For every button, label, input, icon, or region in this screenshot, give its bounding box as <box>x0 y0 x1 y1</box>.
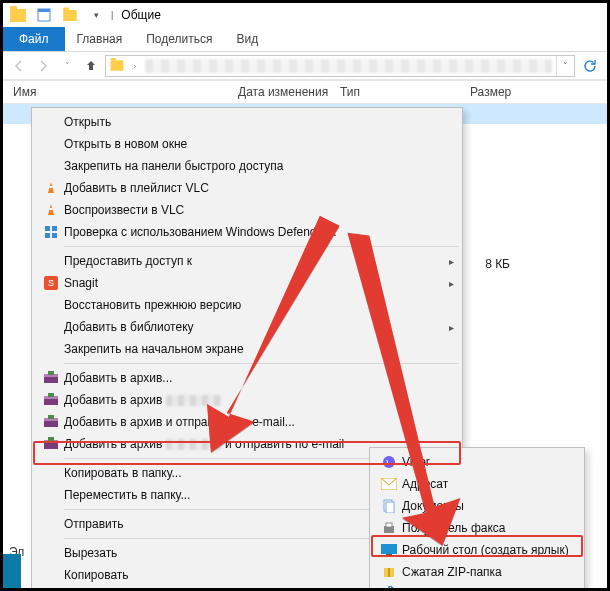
sendto-documents[interactable]: Документы <box>372 495 582 517</box>
vlc-icon <box>38 179 64 197</box>
viber-icon <box>376 453 402 471</box>
mail-icon <box>376 475 402 493</box>
chevron-right-icon: ▸ <box>449 322 454 333</box>
masked-text <box>166 439 222 450</box>
svg-rect-15 <box>48 393 54 397</box>
svg-text:S: S <box>48 278 54 288</box>
ctx-add-to-library[interactable]: Добавить в библиотеку▸ <box>34 316 460 338</box>
ctx-rar-add[interactable]: Добавить в архив... <box>34 367 460 389</box>
file-size: 8 КБ <box>460 257 520 271</box>
ctx-vlc-playlist[interactable]: Добавить в плейлист VLC <box>34 177 460 199</box>
back-button[interactable] <box>9 56 29 76</box>
zip-icon <box>376 563 402 581</box>
forward-button[interactable] <box>33 56 53 76</box>
tab-file[interactable]: Файл <box>3 27 65 51</box>
sendto-zip[interactable]: Сжатая ZIP-папка <box>372 561 582 583</box>
column-headers: Имя Дата изменения Тип Размер <box>3 80 607 104</box>
winrar-icon <box>38 413 64 431</box>
ctx-rar-add-named[interactable]: Добавить в архив <box>34 389 460 411</box>
sendto-bluetooth[interactable]: Устройство Bluetooth <box>372 583 582 591</box>
col-type[interactable]: Тип <box>330 85 460 99</box>
winrar-icon <box>38 435 64 453</box>
col-size[interactable]: Размер <box>460 85 607 99</box>
sendto-desktop[interactable]: Рабочий стол (создать ярлык) <box>372 539 582 561</box>
svg-rect-3 <box>50 208 53 210</box>
svg-point-22 <box>383 456 395 468</box>
chevron-right-icon: ▸ <box>449 256 454 267</box>
sendto-viber[interactable]: Viber <box>372 451 582 473</box>
ctx-defender[interactable]: Проверка с использованием Windows Defend… <box>34 221 460 243</box>
svg-rect-29 <box>386 554 392 556</box>
masked-text <box>166 395 222 406</box>
svg-rect-4 <box>45 226 50 231</box>
sendto-recipient[interactable]: Адресат <box>372 473 582 495</box>
properties-icon[interactable] <box>33 5 55 25</box>
folder-icon <box>7 5 29 25</box>
ribbon-tabs: Файл Главная Поделиться Вид <box>3 27 607 52</box>
tab-home[interactable]: Главная <box>65 27 135 51</box>
svg-rect-25 <box>386 502 394 513</box>
ctx-restore-previous[interactable]: Восстановить прежнюю версию <box>34 294 460 316</box>
ctx-pin-quick-access[interactable]: Закрепить на панели быстрого доступа <box>34 155 460 177</box>
desktop-icon <box>376 541 402 559</box>
chevron-right-icon[interactable]: › <box>128 61 141 71</box>
window-title: Общие <box>121 8 160 22</box>
ctx-pin-start[interactable]: Закрепить на начальном экране <box>34 338 460 360</box>
tab-share[interactable]: Поделиться <box>134 27 224 51</box>
documents-icon <box>376 497 402 515</box>
taskbar-sliver <box>3 554 21 588</box>
col-name[interactable]: Имя <box>3 85 228 99</box>
address-dropdown[interactable]: ˅ <box>556 56 574 76</box>
svg-rect-12 <box>48 371 54 375</box>
new-folder-icon[interactable] <box>59 5 81 25</box>
up-button[interactable] <box>81 56 101 76</box>
defender-icon <box>38 223 64 241</box>
svg-rect-7 <box>52 233 57 238</box>
ctx-vlc-play[interactable]: Воспроизвести в VLC <box>34 199 460 221</box>
tab-view[interactable]: Вид <box>224 27 270 51</box>
recent-dropdown[interactable]: ˅ <box>57 56 77 76</box>
quick-access-toolbar: ▾ | <box>5 5 113 25</box>
vlc-icon <box>38 201 64 219</box>
winrar-icon <box>38 391 64 409</box>
chevron-right-icon: ▸ <box>449 278 454 289</box>
ctx-open[interactable]: Открыть <box>34 111 460 133</box>
refresh-button[interactable] <box>579 58 601 74</box>
ctx-give-access[interactable]: Предоставить доступ к▸ <box>34 250 460 272</box>
svg-rect-31 <box>388 568 390 577</box>
address-bar: ˅ › ˅ <box>3 52 607 80</box>
svg-rect-1 <box>38 9 50 12</box>
breadcrumb[interactable]: › ˅ <box>105 55 575 77</box>
winrar-icon <box>38 369 64 387</box>
snagit-icon: S <box>38 274 64 292</box>
bluetooth-icon <box>376 585 402 591</box>
ctx-rar-email[interactable]: Добавить в архив и отправить по e-mail..… <box>34 411 460 433</box>
col-date[interactable]: Дата изменения <box>228 85 330 99</box>
svg-rect-21 <box>48 437 54 441</box>
svg-rect-27 <box>386 523 392 527</box>
fax-icon <box>376 519 402 537</box>
ctx-snagit[interactable]: S Snagit▸ <box>34 272 460 294</box>
divider-icon: | <box>111 10 113 20</box>
path-masked <box>145 59 552 73</box>
title-bar: ▾ | Общие <box>3 3 607 27</box>
folder-icon <box>106 59 128 72</box>
qat-dropdown-icon[interactable]: ▾ <box>85 5 107 25</box>
svg-rect-2 <box>50 186 53 188</box>
svg-rect-6 <box>45 233 50 238</box>
sendto-fax[interactable]: Получатель факса <box>372 517 582 539</box>
svg-rect-18 <box>48 415 54 419</box>
ctx-open-new-window[interactable]: Открыть в новом окне <box>34 133 460 155</box>
svg-rect-5 <box>52 226 57 231</box>
svg-rect-28 <box>381 544 397 554</box>
sendto-submenu: Viber Адресат Документы Получатель факса… <box>369 447 585 591</box>
